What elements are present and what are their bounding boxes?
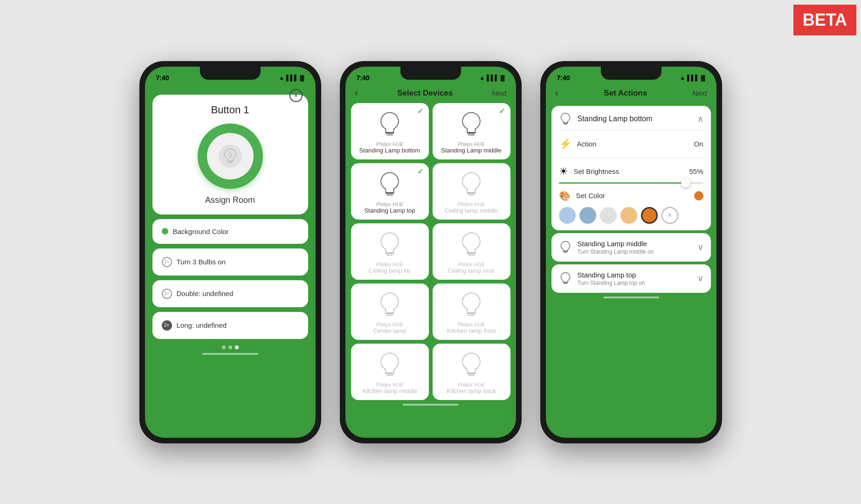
- lightning-icon: ⚡: [559, 138, 572, 150]
- button1-card: Button 1: [152, 95, 308, 214]
- chevron-down-sub2[interactable]: ∨: [697, 273, 703, 283]
- nav-title-3: Set Actions: [604, 89, 647, 98]
- bulb-svg-2: [457, 110, 485, 138]
- device-card-2[interactable]: ✓ Philips HUE Standing Lamp middle: [433, 103, 510, 159]
- device-name-9: Kitchen lamp middle: [362, 387, 417, 394]
- action-card-header: Standing Lamp bottom ∧: [559, 112, 703, 125]
- page-dot-1: [222, 345, 226, 349]
- device-card-1[interactable]: ✓ Philips HUE Standing Lamp bottom: [351, 103, 429, 159]
- brightness-label: Set Brightness: [574, 167, 684, 175]
- subdevice-card-2[interactable]: Standing Lamp top Turn Standing Lamp top…: [551, 264, 711, 293]
- check-1: ✓: [417, 107, 423, 116]
- page-dot-3: [235, 345, 239, 349]
- turn-bulbs-label: Turn 3 Bulbs on: [177, 258, 226, 266]
- button1-title: Button 1: [162, 104, 299, 116]
- phone1-content: Button 1: [145, 85, 316, 364]
- long-circle-badge: 2+: [162, 320, 172, 331]
- color-row-header: 🎨 Set Color: [559, 187, 703, 204]
- notch2: [400, 67, 461, 80]
- background-color-label: Background Color: [173, 228, 229, 235]
- status-icons-3: ▲ ▌▌▌ ▓: [680, 75, 705, 81]
- close-icon: ×: [294, 92, 297, 99]
- status-icons-1: ▲ ▌▌▌ ▓: [279, 75, 304, 81]
- device-brand-4: Philips HUE: [458, 201, 485, 207]
- device-brand-5: Philips HUE: [376, 262, 404, 267]
- color-option-2[interactable]: [579, 207, 596, 224]
- subdevice-title-2: Standing Lamp top: [578, 271, 692, 279]
- action-value: On: [694, 140, 703, 148]
- bulb-svg-7: [376, 291, 404, 319]
- bulbs-circle-badge: 1×: [162, 257, 172, 267]
- device-name-4: Ceiling lamp middle: [445, 207, 497, 214]
- back-button-3[interactable]: ‹: [555, 87, 558, 99]
- time-1: 7:40: [156, 74, 169, 82]
- device-name-5: Ceiling lamp far: [369, 267, 411, 274]
- brightness-slider[interactable]: [559, 182, 703, 184]
- device-brand-8: Philips HUE: [458, 322, 485, 327]
- long-item[interactable]: 2+ Long: undefined: [152, 312, 308, 339]
- color-option-1[interactable]: [559, 207, 576, 224]
- device-card-5[interactable]: Philips HUE Ceiling lamp far: [351, 223, 429, 280]
- color-dot-green: [162, 228, 168, 235]
- double-label: Double: undefined: [177, 290, 234, 297]
- bulb-svg-9: [376, 351, 404, 379]
- device-brand-9: Philips HUE: [376, 382, 404, 387]
- color-label: Set Color: [576, 192, 689, 200]
- device-card-6[interactable]: Philips HUE Ceiling lamp near: [433, 223, 510, 280]
- phone2: 7:40 ▲ ▌▌▌ ▓ ‹ Select Devices Next ✓: [340, 61, 522, 443]
- page-dot-2: [228, 345, 232, 349]
- subdevice-info-1: Standing Lamp middle Turn Standing Lamp …: [578, 240, 692, 255]
- main-device-title: Standing Lamp bottom: [578, 115, 692, 123]
- brightness-row: ☀ Set Brightness 55%: [559, 163, 703, 180]
- device-name-2: Standing Lamp middle: [441, 147, 501, 154]
- signal-icon: ▌▌▌: [286, 75, 298, 81]
- battery-icon: ▓: [300, 75, 304, 81]
- nav-title-2: Select Devices: [397, 89, 453, 98]
- device-card-3[interactable]: ✓ Philips HUE Standing Lamp top: [351, 163, 429, 220]
- double-circle-badge: 2×: [162, 289, 172, 299]
- signal-icon-2: ▌▌▌: [487, 75, 499, 81]
- wifi-icon-2: ▲: [479, 75, 485, 81]
- device-brand-10: Philips HUE: [458, 382, 485, 387]
- device-card-7[interactable]: Philips HUE Center lamp: [351, 283, 429, 340]
- nav-header-3: ‹ Set Actions Next: [546, 85, 716, 103]
- close-button[interactable]: ×: [289, 89, 303, 102]
- back-button-2[interactable]: ‹: [355, 87, 358, 99]
- home-indicator-3: [603, 297, 659, 298]
- next-button-2[interactable]: Next: [492, 89, 507, 97]
- bulb-svg-6: [457, 231, 485, 259]
- color-clear-button[interactable]: ×: [661, 207, 678, 224]
- chevron-down-sub1[interactable]: ∨: [697, 242, 703, 252]
- chevron-up-main[interactable]: ∧: [697, 114, 703, 124]
- device-card-10[interactable]: Philips HUE Kitchen lamp back: [433, 344, 510, 400]
- turn-bulbs-item[interactable]: 1× Turn 3 Bulbs on: [152, 249, 308, 276]
- color-option-3[interactable]: [600, 207, 617, 224]
- device-brand-2: Philips HUE: [458, 141, 485, 147]
- brightness-thumb[interactable]: [681, 178, 690, 187]
- home-indicator-2: [403, 404, 459, 406]
- next-button-3[interactable]: Next: [693, 89, 707, 97]
- double-item[interactable]: 2× Double: undefined: [152, 280, 308, 307]
- color-selected-dot: [694, 191, 703, 200]
- bulb-icon-center: [223, 148, 237, 164]
- battery-icon-3: ▓: [701, 75, 705, 81]
- button-circle-inner: [207, 133, 254, 180]
- main-action-card: Standing Lamp bottom ∧ ⚡ Action On ☀ Set…: [551, 106, 711, 230]
- device-card-8[interactable]: Philips HUE Kitchen lamp front: [433, 283, 510, 340]
- subdevice-title-1: Standing Lamp middle: [578, 240, 692, 248]
- button-circle-outer[interactable]: [198, 124, 263, 189]
- device-brand-6: Philips HUE: [458, 262, 485, 267]
- svg-point-2: [229, 154, 232, 157]
- color-option-5-selected[interactable]: [641, 207, 658, 224]
- device-card-4[interactable]: Philips HUE Ceiling lamp middle: [433, 163, 510, 220]
- device-card-9[interactable]: Philips HUE Kitchen lamp middle: [351, 344, 429, 400]
- bulb-svg-5: [376, 231, 404, 259]
- signal-icon-3: ▌▌▌: [687, 75, 699, 81]
- assign-room-text: Assign Room: [162, 195, 299, 205]
- check-2: ✓: [499, 107, 505, 116]
- color-option-4[interactable]: [620, 207, 637, 224]
- background-color-item[interactable]: Background Color: [152, 219, 308, 244]
- subdevice-card-1[interactable]: Standing Lamp middle Turn Standing Lamp …: [551, 233, 711, 262]
- bulb-svg-10: [457, 351, 485, 379]
- device-name-1: Standing Lamp bottom: [359, 147, 420, 154]
